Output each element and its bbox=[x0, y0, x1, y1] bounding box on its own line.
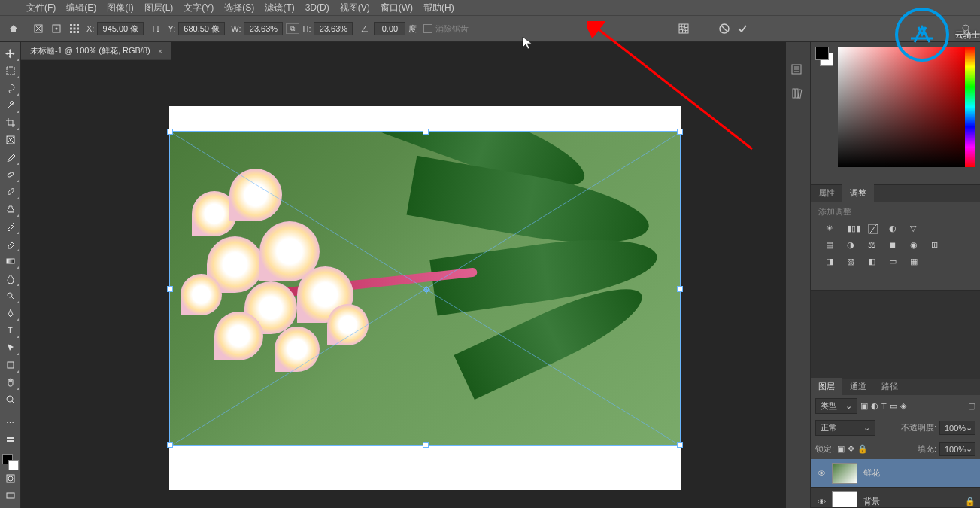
antialias-checkbox[interactable] bbox=[423, 24, 432, 33]
layer-thumbnail[interactable] bbox=[832, 491, 857, 508]
adjustments-tab[interactable]: 调整 bbox=[842, 184, 874, 202]
paths-tab[interactable]: 路径 bbox=[874, 378, 906, 395]
posterize-icon[interactable]: ▨ bbox=[847, 257, 860, 267]
foreground-color-swatch[interactable] bbox=[815, 47, 829, 60]
lock-pixels-icon[interactable]: ▣ bbox=[837, 444, 845, 454]
hand-tool-icon[interactable] bbox=[2, 374, 20, 391]
menu-image[interactable]: 图像(I) bbox=[102, 2, 138, 14]
invert-icon[interactable]: ◨ bbox=[826, 257, 839, 267]
placed-image[interactable] bbox=[169, 131, 681, 446]
brightness-icon[interactable]: ☀ bbox=[826, 224, 839, 234]
filter-shape-icon[interactable]: ▭ bbox=[890, 401, 897, 411]
menu-file[interactable]: 文件(F) bbox=[21, 2, 61, 14]
filter-toggle-icon[interactable]: ▢ bbox=[968, 401, 975, 411]
link-wh-icon[interactable]: ⧉ bbox=[286, 23, 299, 34]
type-tool-icon[interactable]: T bbox=[2, 322, 20, 339]
properties-tab[interactable]: 属性 bbox=[811, 184, 842, 202]
menu-filter[interactable]: 滤镜(T) bbox=[259, 2, 299, 14]
opacity-input[interactable]: 100%⌄ bbox=[939, 421, 975, 435]
layer-name[interactable]: 鲜花 bbox=[863, 467, 880, 479]
x-input[interactable] bbox=[97, 22, 144, 35]
vibrance-icon[interactable]: ▤ bbox=[826, 240, 839, 251]
quickmask-icon[interactable] bbox=[2, 470, 20, 487]
libraries-panel-icon[interactable] bbox=[790, 87, 806, 102]
menu-layer[interactable]: 图层(L) bbox=[139, 2, 179, 14]
history-panel-icon[interactable] bbox=[790, 63, 806, 78]
color-balance-icon[interactable]: ⚖ bbox=[868, 240, 881, 251]
dropdown-icon[interactable]: ▽ bbox=[910, 224, 924, 234]
menu-view[interactable]: 视图(V) bbox=[335, 2, 375, 14]
dodge-tool-icon[interactable] bbox=[2, 287, 20, 304]
gradient-map-icon[interactable]: ▭ bbox=[889, 257, 903, 267]
w-input[interactable] bbox=[244, 22, 283, 35]
color-fg-bg-swatches[interactable] bbox=[815, 47, 833, 167]
gradient-tool-icon[interactable] bbox=[2, 253, 20, 269]
threshold-icon[interactable]: ◧ bbox=[868, 257, 881, 267]
color-swatch-toggle[interactable] bbox=[2, 454, 19, 470]
visibility-icon[interactable]: 👁 bbox=[815, 497, 827, 506]
brush-tool-icon[interactable] bbox=[2, 184, 20, 200]
lasso-tool-icon[interactable] bbox=[2, 80, 20, 96]
lock-position-icon[interactable]: ✥ bbox=[848, 444, 854, 454]
frame-tool-icon[interactable] bbox=[2, 132, 20, 148]
transform-tool-icon[interactable] bbox=[31, 21, 46, 36]
layer-filter-type[interactable]: 类型⌄ bbox=[815, 398, 857, 414]
filter-image-icon[interactable]: ▣ bbox=[860, 401, 868, 411]
cancel-transform-icon[interactable] bbox=[717, 21, 732, 36]
screenmode-icon[interactable] bbox=[2, 488, 20, 504]
h-input[interactable] bbox=[314, 22, 353, 35]
channel-mixer-icon[interactable]: ⊞ bbox=[931, 240, 945, 251]
warp-mode-icon[interactable] bbox=[676, 21, 691, 36]
document-tab[interactable]: 未标题-1 @ 100% (鲜花, RGB/8) × bbox=[21, 42, 171, 60]
marquee-tool-icon[interactable] bbox=[2, 62, 20, 79]
search-icon[interactable] bbox=[959, 21, 974, 36]
reference-point-icon[interactable] bbox=[49, 21, 64, 36]
layer-name[interactable]: 背景 bbox=[863, 496, 880, 507]
color-field[interactable] bbox=[838, 47, 965, 167]
edit-toolbar-icon[interactable] bbox=[2, 432, 20, 449]
heal-tool-icon[interactable] bbox=[2, 166, 20, 183]
y-input[interactable] bbox=[178, 22, 225, 35]
zoom-tool-icon[interactable] bbox=[2, 391, 20, 408]
shape-tool-icon[interactable] bbox=[2, 357, 20, 373]
levels-icon[interactable]: ▮▯▮ bbox=[847, 224, 860, 234]
close-tab-icon[interactable]: × bbox=[158, 47, 162, 56]
blend-mode-dropdown[interactable]: 正常⌄ bbox=[815, 420, 875, 436]
fill-input[interactable]: 100%⌄ bbox=[939, 442, 975, 456]
pen-tool-icon[interactable] bbox=[2, 305, 20, 321]
more-tools-icon[interactable]: ⋯ bbox=[2, 415, 20, 431]
filter-smart-icon[interactable]: ◈ bbox=[900, 401, 906, 411]
layer-row[interactable]: 👁 背景 🔒 bbox=[811, 488, 980, 507]
swap-xy-icon[interactable] bbox=[148, 21, 163, 36]
eraser-tool-icon[interactable] bbox=[2, 236, 20, 252]
visibility-icon[interactable]: 👁 bbox=[815, 469, 827, 478]
angle-input[interactable] bbox=[374, 22, 405, 35]
stamp-tool-icon[interactable] bbox=[2, 201, 20, 217]
menu-3d[interactable]: 3D(D) bbox=[300, 2, 335, 13]
minimize-icon[interactable]: ─ bbox=[965, 0, 980, 15]
eyedropper-tool-icon[interactable] bbox=[2, 149, 20, 166]
path-select-icon[interactable] bbox=[2, 339, 20, 356]
lock-all-icon[interactable]: 🔒 bbox=[857, 444, 868, 454]
move-tool-icon[interactable] bbox=[2, 45, 20, 62]
exposure-icon[interactable]: ◐ bbox=[889, 224, 903, 234]
menu-edit[interactable]: 编辑(E) bbox=[61, 2, 102, 14]
canvas-area[interactable]: 未标题-1 @ 100% (鲜花, RGB/8) × bbox=[21, 42, 786, 508]
filter-type-icon[interactable]: T bbox=[881, 402, 887, 411]
home-icon[interactable] bbox=[6, 21, 21, 36]
grid-9-icon[interactable] bbox=[67, 21, 82, 36]
history-brush-icon[interactable] bbox=[2, 218, 20, 235]
menu-window[interactable]: 窗口(W) bbox=[375, 2, 418, 14]
crop-tool-icon[interactable] bbox=[2, 114, 20, 131]
hue-sat-icon[interactable]: ◑ bbox=[847, 240, 860, 251]
layer-row[interactable]: 👁 鲜花 bbox=[811, 459, 980, 488]
commit-transform-icon[interactable] bbox=[735, 21, 750, 36]
canvas[interactable] bbox=[169, 106, 681, 490]
bw-icon[interactable]: ◼ bbox=[889, 240, 903, 251]
photo-filter-icon[interactable]: ◉ bbox=[910, 240, 924, 251]
selective-color-icon[interactable]: ▦ bbox=[910, 257, 924, 267]
wand-tool-icon[interactable] bbox=[2, 97, 20, 114]
layer-thumbnail[interactable] bbox=[832, 463, 857, 484]
menu-help[interactable]: 帮助(H) bbox=[418, 2, 460, 14]
menu-type[interactable]: 文字(Y) bbox=[178, 2, 219, 14]
